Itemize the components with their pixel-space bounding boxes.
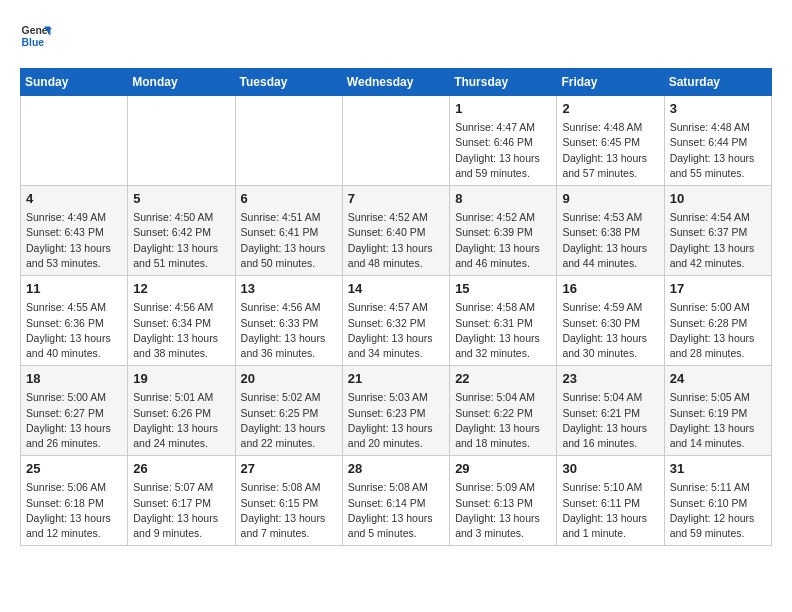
day-info: Sunrise: 4:57 AM Sunset: 6:32 PM Dayligh… [348,300,444,361]
header-saturday: Saturday [664,69,771,96]
day-info: Sunrise: 5:03 AM Sunset: 6:23 PM Dayligh… [348,390,444,451]
day-number: 26 [133,460,229,478]
calendar-cell: 18Sunrise: 5:00 AM Sunset: 6:27 PM Dayli… [21,366,128,456]
day-number: 7 [348,190,444,208]
day-info: Sunrise: 4:52 AM Sunset: 6:40 PM Dayligh… [348,210,444,271]
header-monday: Monday [128,69,235,96]
svg-text:Blue: Blue [22,37,45,48]
calendar-cell: 10Sunrise: 4:54 AM Sunset: 6:37 PM Dayli… [664,186,771,276]
day-info: Sunrise: 4:58 AM Sunset: 6:31 PM Dayligh… [455,300,551,361]
day-info: Sunrise: 4:49 AM Sunset: 6:43 PM Dayligh… [26,210,122,271]
calendar-cell: 9Sunrise: 4:53 AM Sunset: 6:38 PM Daylig… [557,186,664,276]
calendar-cell [128,96,235,186]
day-number: 1 [455,100,551,118]
day-number: 30 [562,460,658,478]
day-info: Sunrise: 4:47 AM Sunset: 6:46 PM Dayligh… [455,120,551,181]
day-info: Sunrise: 5:08 AM Sunset: 6:14 PM Dayligh… [348,480,444,541]
calendar-cell: 30Sunrise: 5:10 AM Sunset: 6:11 PM Dayli… [557,456,664,546]
day-info: Sunrise: 5:08 AM Sunset: 6:15 PM Dayligh… [241,480,337,541]
day-info: Sunrise: 5:07 AM Sunset: 6:17 PM Dayligh… [133,480,229,541]
day-info: Sunrise: 5:04 AM Sunset: 6:22 PM Dayligh… [455,390,551,451]
calendar-cell: 26Sunrise: 5:07 AM Sunset: 6:17 PM Dayli… [128,456,235,546]
day-info: Sunrise: 4:48 AM Sunset: 6:44 PM Dayligh… [670,120,766,181]
day-info: Sunrise: 4:59 AM Sunset: 6:30 PM Dayligh… [562,300,658,361]
day-info: Sunrise: 5:06 AM Sunset: 6:18 PM Dayligh… [26,480,122,541]
calendar-cell: 28Sunrise: 5:08 AM Sunset: 6:14 PM Dayli… [342,456,449,546]
header-sunday: Sunday [21,69,128,96]
day-info: Sunrise: 4:48 AM Sunset: 6:45 PM Dayligh… [562,120,658,181]
day-number: 31 [670,460,766,478]
calendar-cell: 21Sunrise: 5:03 AM Sunset: 6:23 PM Dayli… [342,366,449,456]
week-row-2: 4Sunrise: 4:49 AM Sunset: 6:43 PM Daylig… [21,186,772,276]
header-wednesday: Wednesday [342,69,449,96]
day-number: 13 [241,280,337,298]
day-info: Sunrise: 4:53 AM Sunset: 6:38 PM Dayligh… [562,210,658,271]
day-number: 10 [670,190,766,208]
day-info: Sunrise: 4:56 AM Sunset: 6:34 PM Dayligh… [133,300,229,361]
calendar-cell [342,96,449,186]
day-info: Sunrise: 4:55 AM Sunset: 6:36 PM Dayligh… [26,300,122,361]
week-row-4: 18Sunrise: 5:00 AM Sunset: 6:27 PM Dayli… [21,366,772,456]
calendar-cell: 1Sunrise: 4:47 AM Sunset: 6:46 PM Daylig… [450,96,557,186]
day-number: 22 [455,370,551,388]
calendar-cell: 20Sunrise: 5:02 AM Sunset: 6:25 PM Dayli… [235,366,342,456]
logo-icon: General Blue [20,20,52,52]
calendar-cell: 3Sunrise: 4:48 AM Sunset: 6:44 PM Daylig… [664,96,771,186]
day-number: 23 [562,370,658,388]
day-info: Sunrise: 5:04 AM Sunset: 6:21 PM Dayligh… [562,390,658,451]
calendar-cell: 14Sunrise: 4:57 AM Sunset: 6:32 PM Dayli… [342,276,449,366]
day-number: 15 [455,280,551,298]
calendar-cell: 13Sunrise: 4:56 AM Sunset: 6:33 PM Dayli… [235,276,342,366]
day-number: 11 [26,280,122,298]
day-number: 12 [133,280,229,298]
day-info: Sunrise: 4:56 AM Sunset: 6:33 PM Dayligh… [241,300,337,361]
calendar-cell: 12Sunrise: 4:56 AM Sunset: 6:34 PM Dayli… [128,276,235,366]
day-number: 14 [348,280,444,298]
day-info: Sunrise: 4:52 AM Sunset: 6:39 PM Dayligh… [455,210,551,271]
day-number: 6 [241,190,337,208]
calendar-cell: 17Sunrise: 5:00 AM Sunset: 6:28 PM Dayli… [664,276,771,366]
day-number: 28 [348,460,444,478]
day-info: Sunrise: 4:54 AM Sunset: 6:37 PM Dayligh… [670,210,766,271]
calendar-cell: 16Sunrise: 4:59 AM Sunset: 6:30 PM Dayli… [557,276,664,366]
calendar-cell [235,96,342,186]
header-tuesday: Tuesday [235,69,342,96]
day-number: 18 [26,370,122,388]
calendar-cell: 29Sunrise: 5:09 AM Sunset: 6:13 PM Dayli… [450,456,557,546]
calendar-cell: 19Sunrise: 5:01 AM Sunset: 6:26 PM Dayli… [128,366,235,456]
calendar-cell: 6Sunrise: 4:51 AM Sunset: 6:41 PM Daylig… [235,186,342,276]
day-number: 29 [455,460,551,478]
day-number: 3 [670,100,766,118]
day-info: Sunrise: 5:10 AM Sunset: 6:11 PM Dayligh… [562,480,658,541]
day-info: Sunrise: 5:09 AM Sunset: 6:13 PM Dayligh… [455,480,551,541]
calendar-table: SundayMondayTuesdayWednesdayThursdayFrid… [20,68,772,546]
day-number: 9 [562,190,658,208]
calendar-cell: 4Sunrise: 4:49 AM Sunset: 6:43 PM Daylig… [21,186,128,276]
calendar-cell: 27Sunrise: 5:08 AM Sunset: 6:15 PM Dayli… [235,456,342,546]
calendar-cell: 22Sunrise: 5:04 AM Sunset: 6:22 PM Dayli… [450,366,557,456]
day-number: 5 [133,190,229,208]
week-row-5: 25Sunrise: 5:06 AM Sunset: 6:18 PM Dayli… [21,456,772,546]
calendar-cell: 8Sunrise: 4:52 AM Sunset: 6:39 PM Daylig… [450,186,557,276]
week-row-1: 1Sunrise: 4:47 AM Sunset: 6:46 PM Daylig… [21,96,772,186]
day-number: 27 [241,460,337,478]
day-info: Sunrise: 5:11 AM Sunset: 6:10 PM Dayligh… [670,480,766,541]
header-row: SundayMondayTuesdayWednesdayThursdayFrid… [21,69,772,96]
day-info: Sunrise: 4:50 AM Sunset: 6:42 PM Dayligh… [133,210,229,271]
calendar-cell: 24Sunrise: 5:05 AM Sunset: 6:19 PM Dayli… [664,366,771,456]
day-number: 16 [562,280,658,298]
day-info: Sunrise: 5:01 AM Sunset: 6:26 PM Dayligh… [133,390,229,451]
calendar-cell: 11Sunrise: 4:55 AM Sunset: 6:36 PM Dayli… [21,276,128,366]
day-number: 25 [26,460,122,478]
day-number: 24 [670,370,766,388]
page-header: General Blue [20,20,772,52]
day-number: 8 [455,190,551,208]
day-info: Sunrise: 5:00 AM Sunset: 6:28 PM Dayligh… [670,300,766,361]
day-info: Sunrise: 5:05 AM Sunset: 6:19 PM Dayligh… [670,390,766,451]
calendar-cell [21,96,128,186]
day-number: 19 [133,370,229,388]
calendar-cell: 23Sunrise: 5:04 AM Sunset: 6:21 PM Dayli… [557,366,664,456]
calendar-cell: 31Sunrise: 5:11 AM Sunset: 6:10 PM Dayli… [664,456,771,546]
calendar-cell: 25Sunrise: 5:06 AM Sunset: 6:18 PM Dayli… [21,456,128,546]
day-info: Sunrise: 5:00 AM Sunset: 6:27 PM Dayligh… [26,390,122,451]
